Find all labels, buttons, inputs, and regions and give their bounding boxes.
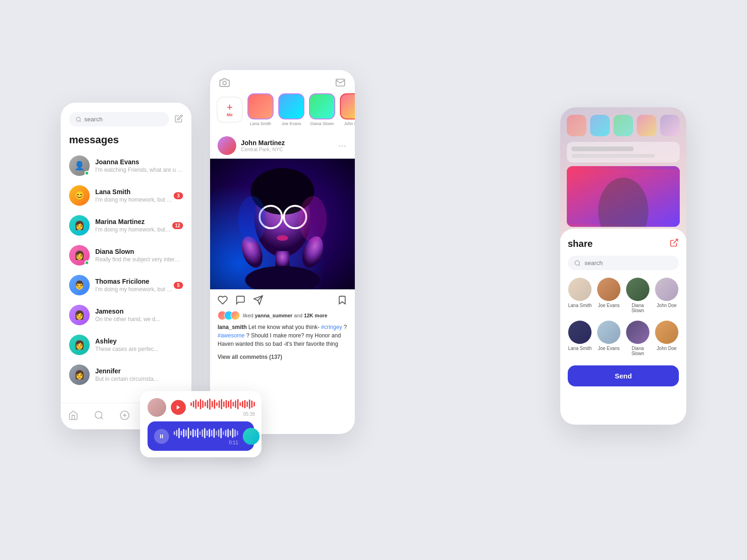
share-person-name: Joe Evans (598, 346, 620, 351)
share-person-name: John Doe (657, 303, 677, 308)
audio-card: 05:38 (140, 391, 261, 457)
message-content: Lana Smith I'm doing my homework, but ne… (95, 188, 174, 203)
story-item[interactable]: Joe Evans (278, 93, 304, 126)
message-content: Thomas Fricilone I'm doing my homework, … (95, 278, 174, 293)
share-person-avatar (626, 278, 649, 301)
share-icon[interactable] (253, 295, 263, 305)
more-options-icon[interactable]: ⋯ (338, 140, 347, 151)
audio-duration: 05:38 (190, 412, 255, 417)
share-person[interactable]: Joe Evans (597, 321, 621, 356)
story-item[interactable]: Lana Smith (247, 93, 274, 126)
list-item[interactable]: 👩 Ashley These cases are perfec... (61, 330, 191, 360)
svg-line-3 (101, 417, 103, 419)
share-search-input[interactable] (585, 259, 672, 266)
list-item[interactable]: 😊 Lana Smith I'm doing my homework, but … (61, 181, 191, 210)
bookmark-icon[interactable] (337, 295, 347, 305)
scene: messages 👤 Joanna Evans I'm watching Fri… (47, 47, 700, 513)
avatar-wrap: 😊 (69, 185, 90, 206)
nav-home-icon[interactable] (68, 410, 78, 422)
online-indicator (85, 171, 89, 175)
post-image (210, 159, 355, 289)
messages-header (61, 103, 191, 131)
waveform: 05:38 (190, 398, 255, 417)
liked-count: 12K more (304, 313, 327, 318)
post-image-svg (210, 159, 355, 289)
message-content: Marina Martinez I'm doing my homework, b… (95, 218, 172, 233)
caption-hashtag1: #cringey (321, 324, 342, 330)
nav-add-icon[interactable] (120, 410, 130, 422)
liked-text: liked yanna_summer and 12K more (243, 313, 327, 318)
contact-name: Ashley (95, 337, 183, 345)
online-indicator (85, 260, 89, 265)
play-button[interactable] (171, 400, 186, 415)
messages-title: messages (61, 131, 191, 151)
message-content: Joanna Evans I'm watching Friends, what … (95, 158, 183, 173)
search-input[interactable] (85, 116, 162, 123)
share-person-name: John Doe (657, 346, 677, 351)
svg-point-10 (223, 81, 226, 84)
compose-icon[interactable] (175, 114, 183, 125)
pause-button[interactable] (154, 429, 169, 444)
share-person[interactable]: Diana Slown (626, 321, 650, 356)
share-person[interactable]: Diana Slown (626, 278, 650, 313)
share-modal: share (560, 229, 686, 425)
share-person[interactable]: Lana Smith (568, 321, 592, 356)
svg-rect-8 (160, 434, 161, 438)
camera-icon[interactable] (219, 77, 230, 88)
avatar-wrap: 👩 (69, 305, 90, 325)
share-person[interactable]: John Doe (655, 321, 679, 356)
avatar: 👩 (69, 215, 90, 236)
view-comments-text: View all commetns (137) (218, 354, 282, 360)
list-item[interactable]: 👩 Diana Slown Really find the subject ve… (61, 240, 191, 270)
external-link-icon[interactable] (669, 238, 679, 249)
svg-line-29 (673, 239, 677, 244)
audio-card-white: 05:38 (148, 398, 254, 417)
list-item[interactable]: 👩 Jameson On the other hand, we d... (61, 300, 191, 330)
like-icon[interactable] (218, 295, 228, 305)
message-preview: But in certain circumsta... (95, 376, 183, 382)
post-caption: lana_smith Let me know what you think- #… (210, 323, 355, 352)
list-item[interactable]: 👨 Thomas Fricilone I'm doing my homework… (61, 270, 191, 300)
share-person-avatar (626, 321, 649, 344)
share-person-avatar (597, 278, 620, 301)
list-item[interactable]: 👩 Marina Martinez I'm doing my homework,… (61, 210, 191, 240)
author-location: Central Park, NYC (241, 147, 338, 152)
search-icon (76, 116, 82, 123)
share-phone: share (560, 107, 686, 425)
share-people-row1: Lana Smith Joe Evans Diana Slown John Do… (568, 278, 679, 313)
contact-name: Thomas Fricilone (95, 278, 174, 285)
message-preview: I'm doing my homework, but need to take … (95, 196, 174, 203)
message-icon[interactable] (335, 77, 345, 88)
liker-name: yanna_summer (255, 313, 293, 318)
share-person-name: Diana Slown (626, 346, 650, 356)
share-person[interactable]: John Doe (655, 278, 679, 313)
bg-stories (567, 115, 680, 227)
story-item[interactable]: John Doe (340, 93, 355, 126)
list-item[interactable]: 👤 Joanna Evans I'm watching Friends, wha… (61, 151, 191, 181)
svg-point-23 (299, 196, 327, 243)
caption-text: Let me know what you think- (248, 324, 321, 330)
search-bar[interactable] (69, 112, 169, 126)
view-comments-link[interactable]: View all commetns (137) (210, 352, 355, 368)
share-person-avatar (568, 278, 592, 301)
nav-search-icon[interactable] (94, 410, 104, 422)
avatar-wrap: 👩 (69, 335, 90, 355)
liked-avatars (218, 311, 240, 320)
avatar: 👩 (69, 335, 90, 355)
story-add[interactable]: + Me (217, 97, 243, 123)
share-search-bar[interactable] (568, 256, 679, 270)
share-person[interactable]: Joe Evans (597, 278, 621, 313)
share-person[interactable]: Lana Smith (568, 278, 592, 313)
share-person-name: Diana Slown (626, 303, 650, 313)
story-item[interactable]: Diana Slown (309, 93, 335, 126)
story-label: Lana Smith (250, 121, 271, 126)
caption-username: lana_smith (218, 324, 247, 330)
send-button[interactable]: Send (568, 365, 679, 386)
comment-icon[interactable] (235, 295, 246, 305)
messages-phone: messages 👤 Joanna Evans I'm watching Fri… (61, 103, 191, 429)
list-item[interactable]: 👩 Jennifer But in certain circumsta... (61, 360, 191, 390)
share-modal-header: share (568, 238, 679, 249)
contact-name: Joanna Evans (95, 158, 183, 166)
share-title: share (568, 238, 592, 249)
post-author-row: John Martinez Central Park, NYC ⋯ (210, 133, 355, 159)
